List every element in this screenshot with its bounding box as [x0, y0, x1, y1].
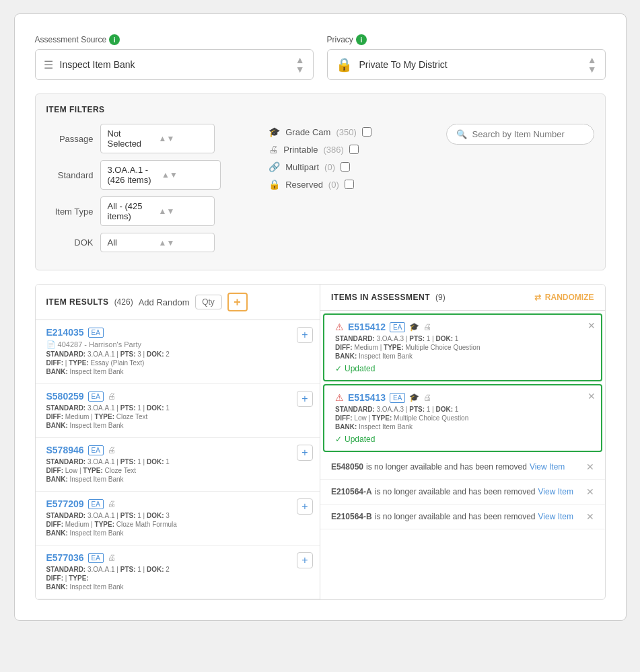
assessment-item-header: ⚠ E515412 EA 🎓 🖨 — [335, 322, 590, 332]
item-card: E577036 EA 🖨 + STANDARD: 3.OA.A.1 | PTS:… — [36, 546, 320, 599]
results-area: ITEM RESULTS (426) Add Random + E214035 … — [35, 284, 606, 600]
item-number-link[interactable]: E577209 — [46, 498, 84, 509]
standard-row: Standard 3.OA.A.1 - (426 items) ▲▼ — [46, 160, 256, 190]
alert-icon: ⚠ — [335, 392, 344, 403]
updated-text: Updated — [345, 435, 375, 444]
view-item-link[interactable]: View Item — [530, 462, 565, 472]
item-number-link[interactable]: S578946 — [46, 445, 84, 455]
reserved-checkbox[interactable] — [345, 180, 354, 189]
item-card: E214035 EA + 📄 404287 - Harrison's Party… — [36, 320, 320, 384]
item-meta-standard: STANDARD: 3.OA.A.1 | PTS: 3 | DOK: 2 — [46, 350, 310, 358]
standard-select[interactable]: 3.OA.A.1 - (426 items) ▲▼ — [100, 160, 221, 190]
printable-label: Printable — [283, 145, 318, 155]
filters-left: Passage Not Selected ▲▼ Standard 3.OA.A.… — [46, 124, 256, 259]
view-item-link[interactable]: View Item — [538, 487, 573, 496]
close-button[interactable]: ✕ — [588, 320, 596, 331]
multipart-checkbox[interactable] — [341, 162, 350, 172]
passage-arrows: ▲▼ — [159, 134, 207, 143]
assessment-source-arrows[interactable]: ▲▼ — [295, 55, 305, 74]
item-add-button[interactable]: + — [297, 445, 313, 461]
alert-icon: ⚠ — [335, 322, 344, 332]
removed-item-notice: E210564-A is no longer available and has… — [320, 480, 605, 505]
add-random-button[interactable]: + — [227, 293, 248, 311]
item-passage: 📄 404287 - Harrison's Party — [46, 340, 310, 349]
dok-select[interactable]: All ▲▼ — [100, 233, 215, 252]
item-number-link[interactable]: E577036 — [46, 552, 84, 563]
privacy-selector[interactable]: 🔒 Private To My District ▲▼ — [327, 49, 606, 80]
passage-value: Not Selected — [108, 128, 156, 149]
view-item-link[interactable]: View Item — [538, 512, 573, 521]
filters-section: ITEM FILTERS Passage Not Selected ▲▼ Sta… — [35, 94, 606, 270]
assessment-item-meta-diff: DIFF: Low | TYPE: Multiple Choice Questi… — [335, 414, 590, 422]
assessment-source-value: Inspect Item Bank — [60, 59, 289, 70]
assessment-item-meta-bank: BANK: Inspect Item Bank — [335, 423, 590, 431]
remove-item-close[interactable]: ✕ — [586, 486, 594, 497]
item-meta-standard: STANDARD: 3.OA.A.1 | PTS: 1 | DOK: 2 — [46, 566, 310, 573]
updated-text: Updated — [345, 364, 375, 373]
item-badge: EA — [88, 391, 104, 402]
item-card: S580259 EA 🖨 + STANDARD: 3.OA.A.1 | PTS:… — [36, 384, 320, 438]
item-badge: EA — [88, 499, 104, 509]
checkmark-icon: ✓ — [335, 435, 342, 444]
item-card: E577209 EA 🖨 + STANDARD: 3.OA.A.1 | PTS:… — [36, 492, 320, 546]
item-meta-standard: STANDARD: 3.OA.A.1 | PTS: 1 | DOK: 1 — [46, 404, 310, 412]
item-meta-bank: BANK: Inspect Item Bank — [46, 583, 310, 591]
removed-item-id: E210564-A — [331, 487, 372, 496]
close-button[interactable]: ✕ — [588, 391, 596, 402]
filters-title: ITEM FILTERS — [46, 105, 594, 114]
privacy-label-text: Privacy — [327, 35, 353, 44]
grade-cam-row: 🎓 Grade Cam (350) — [269, 126, 371, 137]
removed-item-notice: E210564-B is no longer available and has… — [320, 505, 605, 529]
privacy-info-icon[interactable]: i — [356, 34, 367, 45]
remove-item-close[interactable]: ✕ — [586, 511, 594, 522]
item-add-button[interactable]: + — [297, 327, 313, 343]
item-meta-bank: BANK: Inspect Item Bank — [46, 368, 310, 375]
assessment-item-badge: EA — [390, 322, 405, 332]
passage-label: Passage — [46, 134, 94, 144]
search-input[interactable] — [472, 129, 573, 139]
item-meta-bank: BANK: Inspect Item Bank — [46, 476, 310, 483]
assessment-title: ITEMS IN ASSESSMENT — [331, 293, 430, 302]
randomize-button[interactable]: ⇄ RANDOMIZE — [534, 293, 594, 302]
item-add-button[interactable]: + — [297, 498, 313, 515]
reserved-count: (0) — [328, 180, 339, 190]
item-add-button[interactable]: + — [297, 552, 313, 568]
assessment-source-info-icon[interactable]: i — [109, 34, 120, 45]
assessment-item-meta-standard: STANDARD: 3.OA.A.3 | PTS: 1 | DOK: 1 — [335, 335, 590, 342]
multipart-row: 🔗 Multipart (0) — [269, 161, 371, 172]
privacy-arrows[interactable]: ▲▼ — [588, 55, 597, 74]
dok-label: DOK — [46, 237, 94, 248]
item-meta-type: DIFF: | TYPE: Essay (Plain Text) — [46, 359, 310, 367]
assessment-source-group: Assessment Source i ☰ Inspect Item Bank … — [35, 34, 314, 80]
qty-input[interactable] — [195, 295, 222, 309]
items-assessment-panel: ITEMS IN ASSESSMENT (9) ⇄ RANDOMIZE ✕ ⚠ … — [320, 285, 605, 599]
passage-select[interactable]: Not Selected ▲▼ — [100, 124, 215, 153]
item-type-select[interactable]: All - (425 items) ▲▼ — [100, 196, 215, 226]
grade-cam-checkbox[interactable] — [362, 127, 371, 137]
randomize-icon: ⇄ — [534, 293, 541, 302]
search-box[interactable]: 🔍 — [446, 124, 594, 145]
updated-badge: ✓ Updated — [335, 435, 590, 444]
printable-checkbox[interactable] — [349, 145, 359, 154]
assessment-item-link[interactable]: E515413 — [348, 392, 386, 403]
printable-count: (386) — [324, 145, 344, 155]
assessment-source-icon: ☰ — [44, 59, 53, 71]
item-add-button[interactable]: + — [297, 391, 313, 407]
assessment-item-link[interactable]: E515412 — [348, 322, 386, 332]
item-number-link[interactable]: S580259 — [46, 391, 84, 402]
item-badge: EA — [88, 328, 104, 338]
item-type-row: Item Type All - (425 items) ▲▼ — [46, 196, 256, 226]
item-results-title: ITEM RESULTS — [46, 297, 109, 307]
dok-arrows: ▲▼ — [159, 238, 207, 248]
print-icon: 🖨 — [108, 391, 116, 401]
dok-value: All — [108, 237, 156, 248]
removed-item-id: E548050 — [331, 462, 363, 472]
grade-cam-count: (350) — [336, 127, 356, 137]
item-number-link[interactable]: E214035 — [46, 327, 84, 338]
search-icon: 🔍 — [456, 129, 467, 139]
remove-item-close[interactable]: ✕ — [586, 461, 594, 472]
removed-items-list: E548050 is no longer available and has b… — [320, 455, 605, 529]
assessment-source-selector[interactable]: ☰ Inspect Item Bank ▲▼ — [35, 49, 314, 80]
removed-item-message: is no longer available and has been remo… — [375, 512, 536, 521]
filters-middle: 🎓 Grade Cam (350) 🖨 Printable (386) 🔗 Mu… — [269, 124, 371, 259]
